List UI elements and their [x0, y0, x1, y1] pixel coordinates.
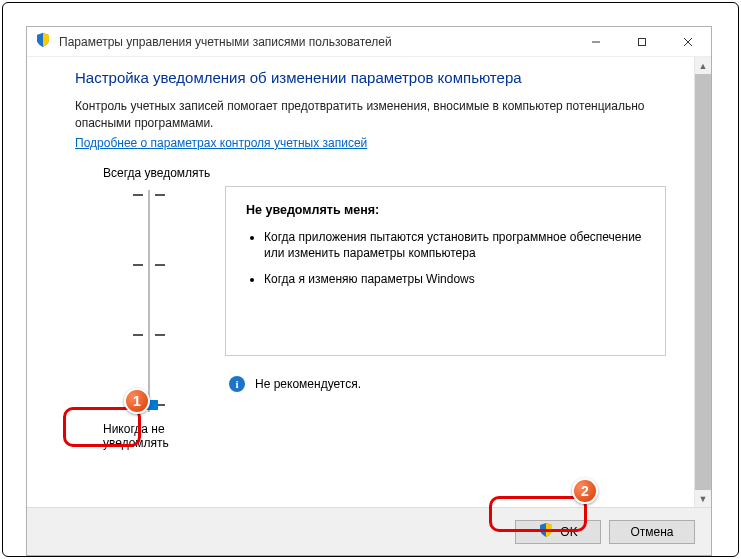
slider-column: Всегда уведомлять Никогда не уведомлят	[75, 166, 225, 450]
slider-top-label: Всегда уведомлять	[103, 166, 210, 180]
slider-tick	[133, 264, 143, 266]
window-title: Параметры управления учетными записями п…	[59, 35, 573, 49]
slider-track	[148, 190, 150, 412]
ok-label: OK	[560, 525, 577, 539]
shield-icon	[538, 522, 554, 541]
content-inner: Настройка уведомления об изменении парам…	[27, 57, 694, 507]
recommendation-text: Не рекомендуется.	[255, 377, 361, 391]
titlebar: Параметры управления учетными записями п…	[27, 27, 711, 57]
scroll-up-button[interactable]: ▲	[695, 57, 711, 74]
cancel-label: Отмена	[630, 525, 673, 539]
recommendation-row: i Не рекомендуется.	[229, 376, 666, 392]
slider-thumb[interactable]	[140, 400, 158, 410]
panel-item: Когда приложения пытаются установить про…	[264, 229, 645, 261]
slider-tick	[155, 264, 165, 266]
slider-tick	[155, 194, 165, 196]
scroll-thumb[interactable]	[695, 74, 711, 490]
description: Контроль учетных записей помогает предот…	[75, 98, 666, 132]
slider-tick	[155, 334, 165, 336]
learn-more-link[interactable]: Подробнее о параметрах контроля учетных …	[75, 136, 666, 150]
cancel-button[interactable]: Отмена	[609, 520, 695, 544]
panel-item: Когда я изменяю параметры Windows	[264, 271, 645, 287]
panel-column: Не уведомлять меня: Когда приложения пыт…	[225, 166, 666, 450]
panel-list: Когда приложения пытаются установить про…	[264, 229, 645, 288]
notification-panel: Не уведомлять меня: Когда приложения пыт…	[225, 186, 666, 356]
close-button[interactable]	[665, 27, 711, 56]
panel-title: Не уведомлять меня:	[246, 203, 379, 217]
shield-icon	[35, 32, 51, 51]
ok-button[interactable]: OK	[515, 520, 601, 544]
minimize-button[interactable]	[573, 27, 619, 56]
uac-settings-window: Параметры управления учетными записями п…	[26, 26, 712, 556]
svg-rect-1	[639, 38, 646, 45]
info-icon: i	[229, 376, 245, 392]
window-controls	[573, 27, 711, 56]
scroll-down-button[interactable]: ▼	[695, 490, 711, 507]
vertical-scrollbar[interactable]: ▲ ▼	[694, 57, 711, 507]
page-heading: Настройка уведомления об изменении парам…	[75, 69, 666, 86]
slider-row: Всегда уведомлять Никогда не уведомлят	[75, 166, 666, 450]
footer: OK Отмена	[27, 507, 711, 555]
slider-tick	[133, 194, 143, 196]
content-area: Настройка уведомления об изменении парам…	[27, 57, 711, 507]
uac-slider[interactable]	[119, 186, 179, 416]
maximize-button[interactable]	[619, 27, 665, 56]
slider-tick	[133, 334, 143, 336]
slider-bottom-label: Никогда не уведомлять	[103, 422, 225, 450]
